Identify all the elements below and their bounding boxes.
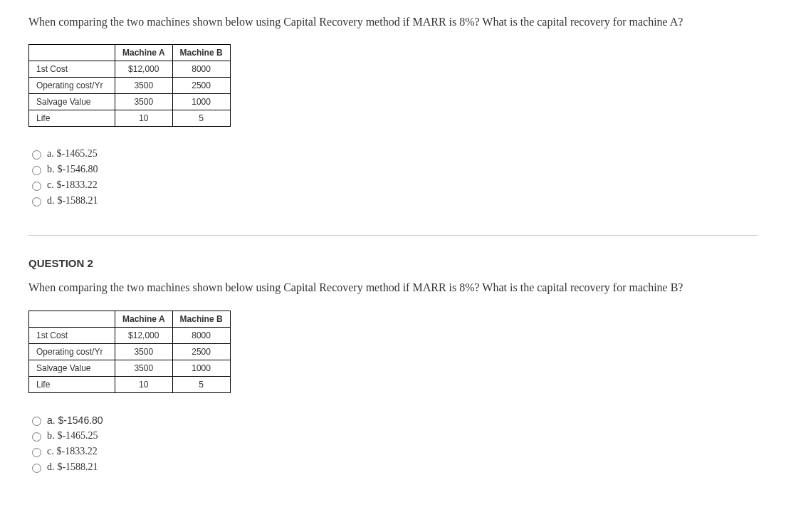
- radio-d[interactable]: [32, 197, 41, 207]
- cell: $12,000: [115, 327, 173, 343]
- option-text: $-1588.21: [57, 195, 98, 207]
- question1-options: a. $-1465.25 b. $-1546.80 c. $-1833.22 d…: [28, 148, 758, 207]
- table-corner: [29, 45, 115, 61]
- question2-table: Machine A Machine B 1st Cost $12,000 800…: [28, 311, 231, 393]
- option-letter: d.: [47, 195, 55, 207]
- cell: 1000: [172, 360, 230, 376]
- option-text: $-1546.80: [58, 414, 103, 426]
- cell: 2500: [172, 343, 230, 360]
- cell: 3500: [115, 343, 173, 360]
- question1-prompt: When comparing the two machines shown be…: [28, 14, 758, 30]
- cell: 5: [172, 376, 230, 392]
- table-row: 1st Cost $12,000 8000: [29, 61, 231, 78]
- cell: 10: [115, 376, 173, 392]
- table-header-b: Machine B: [172, 311, 230, 327]
- option-text: $-1465.25: [57, 430, 98, 442]
- cell: 3500: [115, 94, 173, 110]
- question1-table: Machine A Machine B 1st Cost $12,000 800…: [28, 44, 231, 127]
- radio-d[interactable]: [32, 464, 41, 473]
- option-text: $-1833.22: [57, 179, 98, 191]
- radio-c[interactable]: [32, 448, 41, 457]
- option-b[interactable]: b. $-1546.80: [28, 164, 758, 175]
- option-letter: b.: [47, 164, 55, 175]
- option-letter: a.: [47, 414, 56, 426]
- table-header-a: Machine A: [115, 311, 173, 327]
- table-row: Salvage Value 3500 1000: [29, 94, 231, 110]
- row-label: Salvage Value: [29, 360, 115, 376]
- option-letter: a.: [47, 148, 54, 160]
- row-label: 1st Cost: [29, 61, 115, 78]
- table-header-b: Machine B: [172, 45, 230, 61]
- table-row: Operating cost/Yr 3500 2500: [29, 78, 231, 94]
- cell: 2500: [172, 78, 230, 94]
- option-text: $-1465.25: [57, 148, 98, 160]
- cell: 5: [172, 110, 230, 127]
- radio-b[interactable]: [32, 432, 41, 442]
- row-label: 1st Cost: [29, 327, 115, 343]
- radio-a[interactable]: [32, 150, 41, 160]
- option-text: $-1833.22: [57, 446, 98, 457]
- question2-options: a. $-1546.80 b. $-1465.25 c. $-1833.22 d…: [28, 414, 758, 473]
- row-label: Life: [29, 376, 115, 392]
- option-letter: c.: [47, 179, 54, 191]
- table-row: Life 10 5: [29, 376, 231, 392]
- option-d[interactable]: d. $-1588.21: [28, 461, 758, 473]
- option-letter: c.: [47, 446, 54, 457]
- table-corner: [29, 311, 115, 327]
- option-letter: b.: [47, 430, 55, 442]
- question2-heading: QUESTION 2: [28, 257, 758, 269]
- cell: 3500: [115, 78, 173, 94]
- row-label: Salvage Value: [29, 94, 115, 110]
- row-label: Life: [29, 110, 115, 127]
- option-c[interactable]: c. $-1833.22: [28, 446, 758, 457]
- cell: 10: [115, 110, 173, 127]
- row-label: Operating cost/Yr: [29, 343, 115, 360]
- cell: 1000: [172, 94, 230, 110]
- table-header-a: Machine A: [115, 45, 173, 61]
- option-c[interactable]: c. $-1833.22: [28, 179, 758, 191]
- radio-a[interactable]: [32, 417, 41, 426]
- table-row: Salvage Value 3500 1000: [29, 360, 231, 376]
- option-a[interactable]: a. $-1546.80: [28, 414, 758, 426]
- option-text: $-1546.80: [57, 164, 98, 175]
- question2-prompt: When comparing the two machines shown be…: [28, 280, 758, 296]
- cell: $12,000: [115, 61, 173, 78]
- divider: [28, 235, 758, 236]
- table-row: Operating cost/Yr 3500 2500: [29, 343, 231, 360]
- radio-c[interactable]: [32, 182, 41, 191]
- cell: 8000: [172, 327, 230, 343]
- radio-b[interactable]: [32, 166, 41, 175]
- option-letter: d.: [47, 461, 55, 473]
- option-text: $-1588.21: [57, 461, 98, 473]
- cell: 3500: [115, 360, 173, 376]
- option-d[interactable]: d. $-1588.21: [28, 195, 758, 207]
- table-row: Life 10 5: [29, 110, 231, 127]
- cell: 8000: [172, 61, 230, 78]
- option-b[interactable]: b. $-1465.25: [28, 430, 758, 442]
- option-a[interactable]: a. $-1465.25: [28, 148, 758, 160]
- row-label: Operating cost/Yr: [29, 78, 115, 94]
- table-row: 1st Cost $12,000 8000: [29, 327, 231, 343]
